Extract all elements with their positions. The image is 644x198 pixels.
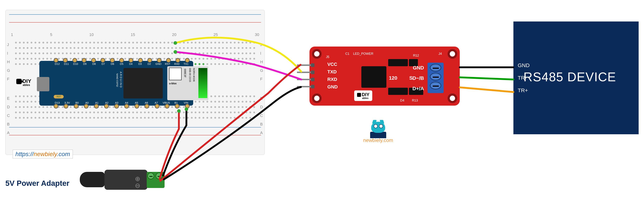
nano-wifi-shield: u-blox 008E3F 00B-00 22/15 NORA-W106 — [167, 66, 208, 100]
qr-code-icon — [169, 68, 182, 80]
nano-model: NANO ESP32 — [116, 73, 118, 87]
barrel-jack-icon — [80, 172, 105, 187]
rs485-left-pin-labels: VCC TXD RXD GND — [327, 61, 338, 91]
rs485-screw-terminal — [428, 63, 444, 93]
nano-serial: 00B-00 22/15 — [189, 68, 192, 82]
usb-c-port — [37, 77, 49, 91]
nano-pads-bottom — [54, 104, 190, 108]
nano-module: NORA-W106 — [193, 68, 195, 82]
mounting-hole-icon — [448, 49, 457, 59]
breadboard-row-labels-left: J I H G F E D C B A — [7, 41, 10, 137]
antenna-icon — [198, 68, 207, 98]
device-title: RS485 DEVICE — [524, 70, 616, 84]
screw-icon — [148, 172, 154, 179]
termination-120-label: 120 — [389, 75, 397, 81]
j4-label: J4 — [438, 52, 442, 56]
rs485-device: GND TR- TR+ RS485 DEVICE — [514, 22, 639, 134]
rs485-header-pins — [297, 64, 313, 87]
arduino-nano-esp32: D12D11D10D9D8D7D6D5D4D3D2GNDRSTRX0TX1 D1… — [39, 61, 193, 106]
newbiely-logo: newbiely.com — [363, 122, 393, 143]
smd-resistor-icon — [388, 88, 408, 95]
j5-label: J5 — [326, 55, 329, 59]
plus-icon: ⊕ — [135, 175, 140, 182]
nano-main-chip — [124, 68, 163, 98]
breadboard-power-rail-top — [9, 13, 261, 24]
wire-green-tr-minus — [460, 77, 514, 80]
breadboard-column-numbers: 1 5 10 15 20 25 30 — [11, 32, 259, 37]
reset-button[interactable]: RST — [54, 95, 64, 98]
r12-label: R12 — [413, 54, 419, 58]
mounting-hole-icon — [448, 93, 457, 103]
source-url: https://newbiely.com — [13, 150, 73, 158]
rs485-ttl-module: J5 C1 LED_POWER R12 J4 R13 D4 VCC TXD RX… — [310, 47, 460, 106]
power-adapter: ⊕ ⊖ — [80, 168, 155, 191]
wiring-diagram: 1 5 10 15 20 25 30 J I H G F E D C B A J… — [0, 0, 644, 198]
screw-icon — [430, 64, 441, 72]
diyables-logo: DIY ables — [16, 78, 31, 87]
wire-orange-tr-plus — [460, 87, 514, 92]
rs485-right-pin-labels: GND D−/B D+/A — [412, 63, 424, 94]
breadboard-power-rail-bottom — [9, 126, 261, 137]
nano-ublox-label: u-blox — [169, 82, 176, 85]
r13-label: R13 — [412, 99, 418, 102]
nano-pads-top — [54, 58, 190, 63]
mounting-hole-icon — [312, 93, 322, 103]
d4-label: D4 — [400, 99, 404, 102]
nano-code: 008E3F — [184, 69, 186, 78]
newbiely-text: newbiely.com — [363, 137, 393, 143]
nano-brand: ARDUINO — [120, 72, 122, 88]
screw-icon — [430, 82, 441, 90]
rs485-ic-chip — [361, 66, 386, 88]
screw-icon — [156, 172, 162, 179]
smd-resistor-icon — [388, 59, 408, 66]
minus-icon: ⊖ — [135, 182, 140, 189]
nano-pin-labels-top: D12D11D10D9D8D7D6D5D4D3D2GNDRSTRX0TX1 — [54, 62, 190, 65]
power-screw-terminal — [147, 172, 164, 188]
power-adapter-label: 5V Power Adapter — [5, 179, 70, 188]
screw-icon — [430, 73, 441, 81]
nano-pin-labels-bottom: D133.3VB0A0A1A2A3A4A5A6A7VBUSB1VIN — [54, 101, 190, 104]
c1-label: C1 — [345, 52, 349, 56]
dc-plug-body: ⊕ ⊖ — [104, 170, 148, 190]
s-jumper-label: S — [409, 75, 413, 81]
diyables-icon — [16, 79, 22, 84]
mounting-hole-icon — [312, 49, 322, 59]
diyables-logo: DIY ables — [354, 90, 372, 101]
led-power-label: LED_POWER — [353, 52, 373, 56]
breadboard-row-labels-right: J I H G F E D C B A — [260, 41, 263, 137]
owl-icon — [369, 122, 387, 136]
